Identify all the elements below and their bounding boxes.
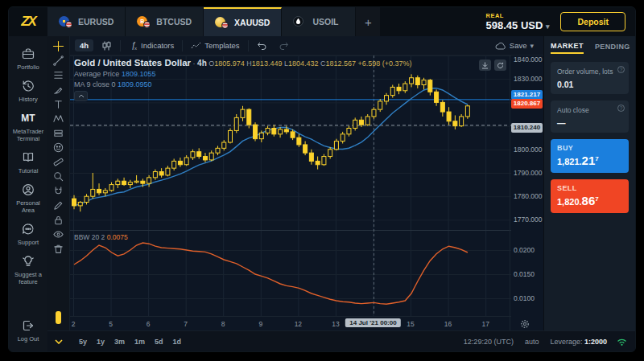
price-chart-canvas[interactable]: [70, 55, 511, 316]
range-button-1m[interactable]: 1m: [130, 335, 149, 348]
save-label: Save: [510, 41, 527, 50]
sidebar-item-tutorial[interactable]: Tutorial: [9, 146, 47, 178]
trend-line-icon[interactable]: [50, 54, 68, 68]
top-bar: ZX EURUSDBBTCUSDXAUUSDUSOIL + REAL 598.4…: [9, 7, 635, 36]
chart-quick-buttons: [479, 59, 506, 71]
undo-button[interactable]: [252, 40, 271, 51]
ruler-icon[interactable]: [50, 155, 68, 169]
sidebar-item-portfolio[interactable]: Portfolio: [9, 43, 47, 75]
reset-chart-button[interactable]: [494, 59, 506, 71]
collapse-legend-button[interactable]: [74, 91, 88, 101]
order-volume-label: Order volume, lots: [557, 68, 622, 76]
oil-drop-icon-main: [293, 16, 303, 27]
sell-price-tag: 1820.867: [511, 99, 543, 109]
save-template-button[interactable]: Save ▾: [490, 39, 539, 51]
price-tick: 1800.000: [514, 146, 542, 154]
sidebar-item-personal-area[interactable]: Personal Area: [9, 178, 47, 218]
us-flag-icon: [65, 21, 72, 28]
help-icon[interactable]: ?: [617, 66, 625, 73]
tab-eurusd[interactable]: EURUSD: [47, 7, 126, 36]
zoom-in-icon[interactable]: [50, 170, 68, 183]
order-volume-value[interactable]: 0.01: [557, 80, 622, 89]
trash-icon[interactable]: [50, 242, 68, 256]
indicators-button[interactable]: ƒx Indicators: [124, 39, 179, 51]
collapse-toolbar-button[interactable]: [47, 339, 70, 344]
fib-lines-icon[interactable]: [50, 68, 68, 82]
briefcase-icon: [21, 47, 35, 61]
emoji-icon[interactable]: [50, 141, 68, 154]
position-tool-icon[interactable]: [50, 126, 68, 140]
tab-market[interactable]: MARKET: [551, 38, 584, 54]
redo-button[interactable]: [275, 40, 294, 51]
account-type-badge: REAL: [485, 12, 549, 19]
pencil-icon[interactable]: [50, 199, 68, 212]
left-sidebar: PortfolioHistoryMTMetaTrader TerminalTut…: [9, 36, 47, 351]
templates-button[interactable]: Templates: [186, 39, 244, 51]
order-volume-box[interactable]: ? Order volume, lots 0.01: [551, 62, 629, 94]
sidebar-item-label: Support: [18, 239, 39, 246]
range-button-1d[interactable]: 1d: [169, 335, 186, 348]
exness-logo[interactable]: ZX: [9, 7, 47, 36]
crosshair-tool-icon[interactable]: [50, 39, 68, 53]
timeframe-button[interactable]: 4h: [75, 39, 93, 51]
x-axis-label: 2: [72, 320, 76, 328]
trading-terminal-window: ZX EURUSDBBTCUSDXAUUSDUSOIL + REAL 598.4…: [8, 6, 636, 352]
scroll-to-latest-button[interactable]: [479, 59, 491, 71]
magnet-icon[interactable]: [50, 184, 68, 198]
timezone-auto-toggle[interactable]: auto: [525, 338, 539, 346]
tab-usoil[interactable]: USOIL: [282, 7, 356, 36]
tab-pending[interactable]: PENDING: [595, 39, 630, 53]
axis-settings-gear-icon[interactable]: [520, 319, 530, 330]
sidebar-item-log-out[interactable]: Log Out: [9, 314, 47, 347]
candlestick-type-icon: [101, 41, 112, 51]
templates-label: Templates: [204, 41, 239, 50]
price-axis[interactable]: 1840.0001830.0001820.0001810.0001800.000…: [510, 55, 543, 330]
brush-icon[interactable]: [50, 83, 68, 96]
text-tool-icon[interactable]: [50, 97, 68, 111]
sidebar-item-history[interactable]: History: [9, 75, 47, 107]
templates-icon: [191, 42, 201, 50]
account-selector[interactable]: REAL 598.45 USD ▾: [474, 7, 560, 36]
logout-icon: [21, 318, 35, 333]
account-balance: 598.45 USD ▾: [485, 19, 549, 31]
eye-icon[interactable]: [50, 228, 68, 241]
auto-close-box[interactable]: ? Auto close —: [551, 101, 629, 133]
order-panel: MARKETPENDING ? Order volume, lots 0.01 …: [543, 36, 635, 330]
clock: 12:29:20 (UTC): [464, 338, 514, 346]
pattern-xabcd-icon[interactable]: [50, 112, 68, 125]
range-button-1y[interactable]: 1y: [93, 335, 109, 348]
sidebar-item-metatrader-terminal[interactable]: MTMetaTrader Terminal: [9, 107, 47, 146]
tab-btcusd[interactable]: BBTCUSD: [126, 7, 204, 36]
deposit-button[interactable]: Deposit: [560, 12, 625, 31]
lock-icon[interactable]: [50, 213, 68, 227]
sidebar-item-support[interactable]: Support: [9, 218, 47, 250]
balance-value: 598.45: [485, 19, 518, 31]
range-button-5y[interactable]: 5y: [75, 335, 91, 348]
price-tick: 1840.000: [514, 55, 542, 64]
indicator-tick: 0.0200: [514, 246, 535, 254]
x-axis-label: 9: [258, 320, 262, 328]
time-axis[interactable]: 256789121314 Jul '21 00:00151617: [70, 316, 511, 332]
tab-xauusd[interactable]: XAUUSD: [204, 7, 282, 36]
us-flag-icon: [143, 21, 151, 28]
eur-usd-flags-icon: [59, 16, 72, 27]
connection-signal-icon: [617, 337, 627, 346]
add-instrument-button[interactable]: +: [356, 7, 380, 36]
toolbar-divider: [182, 40, 183, 51]
range-button-3m[interactable]: 3m: [110, 335, 129, 348]
range-button-5d[interactable]: 5d: [151, 335, 167, 348]
topbar-spacer: [380, 7, 474, 36]
price-tick: 1770.000: [514, 215, 542, 224]
chart-type-button[interactable]: [97, 39, 117, 52]
buy-label: BUY: [557, 144, 622, 152]
auto-close-value[interactable]: —: [557, 118, 622, 128]
help-icon[interactable]: ?: [617, 105, 625, 112]
sidebar-item-suggest-a-feature[interactable]: Suggest a feature: [9, 250, 47, 289]
indicators-label: Indicators: [141, 41, 174, 50]
x-axis-label: 7: [184, 320, 188, 328]
sell-button[interactable]: SELL 1,820.867: [551, 179, 629, 213]
leverage-info: Leverage: 1:2000: [550, 338, 607, 346]
instrument-tabs: EURUSDBBTCUSDXAUUSDUSOIL: [47, 7, 356, 36]
buy-button[interactable]: BUY 1,821.217: [551, 139, 629, 173]
reference-price-tag: 1810.240: [511, 123, 543, 133]
